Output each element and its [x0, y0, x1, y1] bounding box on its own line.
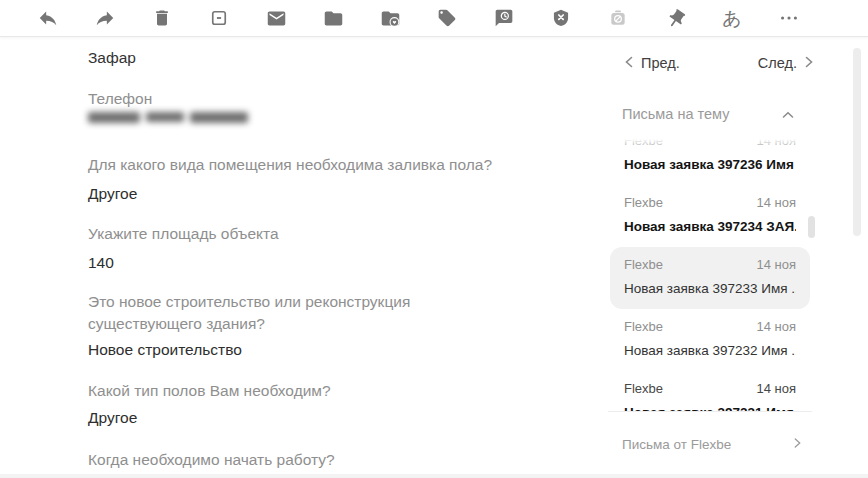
move-to-folder-icon	[380, 8, 401, 29]
email-date: 14 ноя	[756, 319, 796, 335]
folder-button[interactable]	[321, 6, 345, 30]
mail-envelope-icon	[266, 8, 287, 29]
reply-icon	[37, 7, 59, 29]
related-mail-sidebar: Пред. След. Письма на тему Flexbe 14 ноя…	[608, 37, 848, 478]
pin-button[interactable]	[663, 6, 687, 30]
email-subject: Новая заявка 397232 Имя ...	[624, 342, 796, 359]
phone-value-redacted	[88, 109, 248, 125]
email-sender: Flexbe	[624, 137, 663, 149]
emails-from-flexbe-link[interactable]: Письма от Flexbe	[622, 437, 802, 452]
folder-icon	[323, 8, 344, 29]
forward-button[interactable]	[93, 6, 117, 30]
move-to-folder-button[interactable]	[378, 6, 402, 30]
answer-floor-type: Другое	[88, 407, 137, 428]
email-date: 14 ноя	[756, 381, 796, 397]
message-toolbar: あ	[0, 0, 868, 37]
email-sender: Flexbe	[624, 195, 663, 211]
message-body: Зафар Телефон Для какого вида помещения …	[88, 37, 538, 478]
email-date: 14 ноя	[756, 257, 796, 273]
answer-construction: Новое строительство	[88, 339, 242, 360]
forward-icon	[94, 7, 116, 29]
chevron-up-icon	[782, 106, 794, 122]
reply-button[interactable]	[36, 6, 60, 30]
same-topic-section-toggle[interactable]: Письма на тему	[622, 106, 794, 122]
email-list-item[interactable]: Flexbe 14 ноя Новая заявка 397231 Имя	[610, 371, 810, 412]
email-subject: Новая заявка 397234 ЗАЯ...	[624, 218, 796, 235]
window-bottom-edge	[0, 474, 868, 478]
answer-area: 140	[88, 252, 114, 273]
answer-room-type: Другое	[88, 183, 137, 204]
spam-button[interactable]	[549, 6, 573, 30]
next-message-button[interactable]: След.	[758, 55, 814, 71]
more-actions-button[interactable]	[777, 6, 801, 30]
same-topic-email-list: Flexbe 14 ноя Новая заявка 397236 Имя ..…	[608, 137, 812, 412]
snooze-off-icon	[608, 8, 628, 28]
list-scrollbar-thumb[interactable]	[808, 216, 815, 238]
email-list-item[interactable]: Flexbe 14 ноя Новая заявка 397232 Имя ..…	[610, 309, 810, 371]
question-room-type: Для какого вида помещения необходима зал…	[88, 154, 492, 175]
email-date: 14 ноя	[756, 137, 796, 149]
contact-name: Зафар	[88, 47, 136, 68]
message-nav: Пред. След.	[624, 55, 814, 71]
snooze-button-disabled[interactable]	[606, 6, 630, 30]
emails-from-flexbe-label: Письма от Flexbe	[622, 437, 731, 452]
delete-button[interactable]	[150, 6, 174, 30]
prev-message-button[interactable]: Пред.	[624, 55, 680, 71]
question-floor-type: Какой тип полов Вам необходим?	[88, 380, 331, 401]
email-list-item-selected[interactable]: Flexbe 14 ноя Новая заявка 397233 Имя ..…	[610, 247, 810, 309]
phone-label: Телефон	[88, 88, 152, 109]
question-construction: Это новое строительство или реконструкци…	[88, 291, 528, 335]
email-sender: Flexbe	[624, 381, 663, 397]
same-topic-title: Письма на тему	[622, 106, 729, 122]
spam-shield-x-icon	[551, 8, 571, 28]
email-list-item[interactable]: Flexbe 14 ноя Новая заявка 397234 ЗАЯ...	[610, 185, 810, 247]
chevron-right-icon	[793, 437, 802, 452]
page-scrollbar[interactable]	[853, 48, 861, 236]
prev-label: Пред.	[641, 55, 680, 71]
archive-button[interactable]	[207, 6, 231, 30]
email-list-item[interactable]: Flexbe 14 ноя Новая заявка 397236 Имя ..…	[610, 137, 810, 185]
mark-read-button[interactable]	[264, 6, 288, 30]
next-label: След.	[758, 55, 797, 71]
more-ellipsis-icon	[778, 7, 800, 29]
email-date: 14 ноя	[756, 195, 796, 211]
email-sender: Flexbe	[624, 319, 663, 335]
email-subject: Новая заявка 397233 Имя ...	[624, 280, 796, 297]
chat-clock-icon	[494, 8, 514, 28]
label-button[interactable]	[435, 6, 459, 30]
email-subject: Новая заявка 397231 Имя	[624, 404, 796, 412]
delete-icon	[152, 8, 172, 28]
chevron-right-icon	[804, 55, 814, 71]
email-sender: Flexbe	[624, 257, 663, 273]
pin-icon	[665, 8, 686, 29]
translate-icon: あ	[722, 9, 741, 28]
question-area: Укажите площадь объекта	[88, 223, 279, 244]
question-start-date: Когда необходимо начать работу?	[88, 449, 335, 470]
label-tag-icon	[437, 8, 457, 28]
translate-button[interactable]: あ	[720, 6, 744, 30]
mail-app-window: あ Зафар Телефон Для какого вида помещени…	[0, 0, 868, 478]
reminder-button[interactable]	[492, 6, 516, 30]
email-subject: Новая заявка 397236 Имя ...	[624, 156, 796, 173]
chevron-left-icon	[624, 55, 634, 71]
archive-icon	[209, 8, 229, 28]
